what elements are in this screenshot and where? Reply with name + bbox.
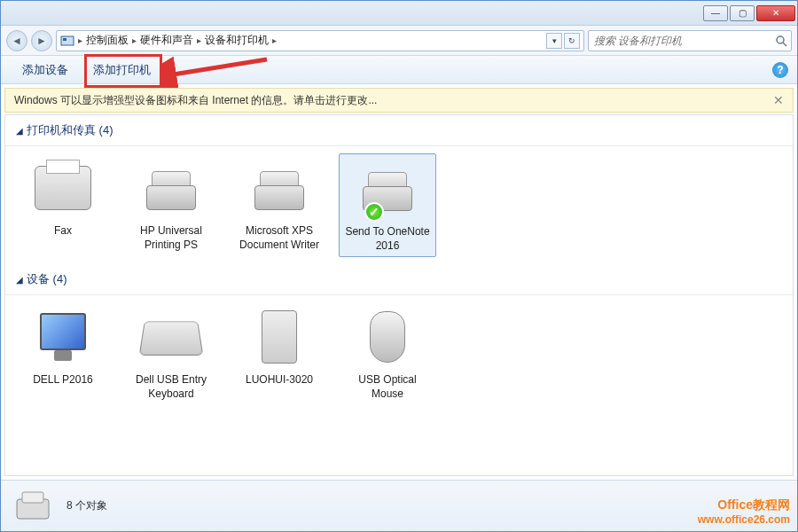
collapse-icon: ◢ [16,275,23,285]
device-label: HP Universal Printing PS [126,224,216,252]
info-bar[interactable]: Windows 可以显示增强型设备图标和来自 Internet 的信息。请单击进… [4,88,794,113]
device-item-onenote[interactable]: ✓ Send To OneNote 2016 [339,153,436,257]
search-box[interactable] [588,30,792,51]
watermark: Office教程网 www.office26.com [698,497,790,526]
device-label: USB Optical Mouse [342,373,433,401]
device-label: Send To OneNote 2016 [343,225,432,253]
svg-rect-7 [22,492,43,503]
computer-icon [244,306,315,368]
keyboard-icon [136,306,207,368]
breadcrumb-sep-icon: ▸ [272,35,277,45]
device-item-hp-printer[interactable]: HP Universal Printing PS [122,153,220,257]
monitor-icon [27,306,98,368]
content-area: ◢ 打印机和传真 (4) Fax HP Universal Printing P… [4,114,794,476]
mouse-icon [352,306,423,368]
printers-grid: Fax HP Universal Printing PS Microsoft X… [5,146,793,264]
search-icon [775,35,787,47]
watermark-title: Office教程网 [698,497,790,513]
group-title: 设备 (4) [27,271,67,287]
forward-button[interactable]: ► [31,30,52,51]
group-header-printers[interactable]: ◢ 打印机和传真 (4) [5,115,793,146]
watermark-url: www.office26.com [698,513,790,526]
info-bar-close-button[interactable]: ✕ [773,93,784,107]
add-printer-button[interactable]: 添加打印机 [81,57,163,83]
device-item-keyboard[interactable]: Dell USB Entry Keyboard [122,302,220,404]
device-item-xps-writer[interactable]: Microsoft XPS Document Writer [231,153,328,257]
device-item-fax[interactable]: Fax [14,153,112,257]
group-header-devices[interactable]: ◢ 设备 (4) [5,264,793,295]
breadcrumb-item[interactable]: 硬件和声音 [137,33,197,48]
nav-bar: ◄ ► ▸ 控制面板 ▸ 硬件和声音 ▸ 设备和打印机 ▸ ▾ ↻ [1,26,797,56]
back-button[interactable]: ◄ [6,30,27,51]
minimize-button[interactable]: — [703,5,728,21]
status-thumb-icon [13,489,56,524]
device-label: DELL P2016 [18,373,108,387]
toolbar: 添加设备 添加打印机 ? [1,56,797,84]
printer-icon [136,157,207,219]
status-bar: 8 个对象 [1,480,797,531]
help-icon[interactable]: ? [772,62,788,78]
printer-icon [244,157,315,219]
collapse-icon: ◢ [16,126,23,136]
svg-point-2 [777,36,784,43]
breadcrumb-item[interactable]: 设备和打印机 [201,33,272,48]
search-input[interactable] [592,34,775,48]
refresh-button[interactable]: ↻ [564,33,580,49]
devices-grid: DELL P2016 Dell USB Entry Keyboard LUOHU… [5,295,793,411]
printer-icon: ✓ [352,158,423,220]
default-check-icon: ✓ [364,202,384,222]
maximize-button[interactable]: ▢ [730,5,755,21]
close-button[interactable]: ✕ [756,5,795,21]
info-bar-text: Windows 可以显示增强型设备图标和来自 Internet 的信息。请单击进… [14,93,377,108]
control-panel-icon [60,34,74,48]
device-item-mouse[interactable]: USB Optical Mouse [339,302,436,404]
address-bar[interactable]: ▸ 控制面板 ▸ 硬件和声音 ▸ 设备和打印机 ▸ ▾ ↻ [56,30,584,51]
address-dropdown-button[interactable]: ▾ [546,33,562,49]
device-item-monitor[interactable]: DELL P2016 [14,302,112,404]
breadcrumb-item[interactable]: 控制面板 [82,33,132,48]
svg-rect-1 [63,38,66,41]
group-title: 打印机和传真 (4) [27,122,113,138]
device-label: Fax [18,224,108,239]
device-label: Dell USB Entry Keyboard [126,373,216,401]
device-item-computer[interactable]: LUOHUI-3020 [231,302,328,404]
device-label: LUOHUI-3020 [234,373,325,387]
explorer-window: — ▢ ✕ ◄ ► ▸ 控制面板 ▸ 硬件和声音 ▸ 设备和打印机 ▸ ▾ ↻ [0,0,798,532]
device-label: Microsoft XPS Document Writer [234,224,325,252]
fax-icon [27,157,98,219]
add-device-button[interactable]: 添加设备 [10,57,81,83]
titlebar: — ▢ ✕ [1,1,797,26]
svg-line-3 [783,43,786,46]
status-count: 8 个对象 [66,498,107,513]
